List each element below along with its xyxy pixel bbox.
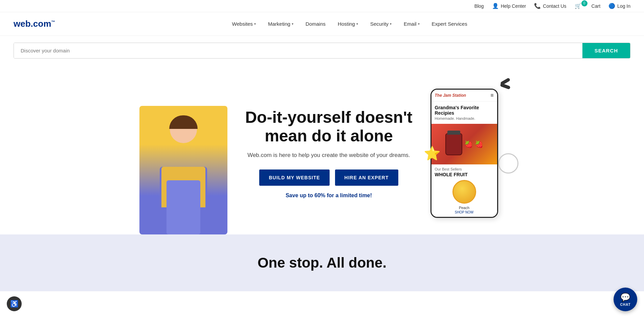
strawberry-scene: 🍓 🍓 (431, 124, 497, 164)
build-website-button[interactable]: BUILD MY WEBSITE (259, 169, 329, 186)
phone-icon: 📞 (534, 3, 541, 9)
phone-header: The Jam Station ≡ (431, 90, 497, 101)
hero-section: Do-it-yourself doesn't mean do it alone … (0, 65, 644, 234)
phone-banner: Grandma's Favorite Recipies Homemade. Ha… (431, 101, 497, 124)
strawberry-icon-2: 🍓 (475, 140, 483, 148)
phone-banner-subtitle: Homemade. Handmade. (435, 116, 494, 120)
main-navigation: Websites ▾ Marketing ▾ Domains Hosting ▾… (69, 12, 630, 36)
hero-content: Do-it-yourself doesn't mean do it alone … (227, 108, 430, 199)
hero-savings: Save up to 60% for a limited time! (241, 192, 417, 199)
nav-hosting[interactable]: Hosting ▾ (332, 12, 364, 36)
blog-link[interactable]: Blog (474, 3, 484, 9)
peach-illustration (452, 180, 476, 204)
phone-content: Our Best Sellers WHOLE FRUIT Peach SHOP … (431, 164, 497, 217)
cart-label: Cart (592, 3, 600, 9)
phone-banner-title: Grandma's Favorite Recipies (435, 105, 494, 116)
phone-shop-link[interactable]: SHOP NOW (435, 210, 494, 214)
scroll-circle (498, 153, 518, 174)
hire-expert-button[interactable]: HIRE AN EXPERT (335, 169, 398, 186)
strawberry-icon: 🍓 (464, 140, 473, 148)
contact-us-link[interactable]: 📞 Contact Us (534, 3, 566, 9)
hero-title: Do-it-yourself doesn't mean do it alone (241, 108, 417, 145)
person-figure-container (139, 106, 227, 234)
chevron-down-icon: ▾ (292, 22, 293, 26)
nav-marketing[interactable]: Marketing ▾ (262, 12, 299, 36)
search-input[interactable] (14, 43, 582, 58)
jam-jar (445, 133, 462, 155)
chevron-down-icon: ▾ (418, 22, 420, 26)
nav-bar: web.com™ Websites ▾ Marketing ▾ Domains … (0, 12, 644, 36)
phone-section-title: Our Best Sellers (435, 167, 494, 171)
star-decoration: ⭐ (424, 145, 441, 161)
hero-subtitle: Web.com is here to help you create the w… (241, 152, 417, 159)
pill-2 (500, 83, 511, 90)
hero-person-image (139, 106, 227, 234)
nav-websites[interactable]: Websites ▾ (226, 12, 262, 36)
person-icon: 👤 (492, 3, 499, 9)
search-section: SEARCH (14, 43, 630, 59)
blog-label: Blog (474, 3, 484, 9)
phone-product-title: WHOLE FRUIT (435, 172, 494, 177)
person-apron (166, 180, 200, 234)
nav-expert-services[interactable]: Expert Services (426, 12, 473, 36)
nav-security[interactable]: Security ▾ (364, 12, 398, 36)
nav-email[interactable]: Email ▾ (398, 12, 426, 36)
chevron-down-icon: ▾ (390, 22, 392, 26)
bottom-section: One stop. All done. (0, 234, 644, 291)
top-bar: Blog 👤 Help Center 📞 Contact Us 🛒 0 Cart… (0, 0, 644, 12)
scroll-decoration (498, 153, 518, 174)
login-label: Log In (617, 3, 630, 9)
phone-brand-logo: The Jam Station (435, 93, 466, 98)
chevron-down-icon: ▾ (254, 22, 256, 26)
phone-product-image: 🍓 🍓 (431, 124, 497, 164)
user-circle-icon: 🔵 (608, 3, 615, 9)
phone-frame: The Jam Station ≡ Grandma's Favorite Rec… (430, 89, 498, 218)
search-button[interactable]: SEARCH (582, 43, 630, 58)
help-center-label: Help Center (501, 3, 526, 9)
contact-us-label: Contact Us (543, 3, 566, 9)
hero-phone-mockup: ⭐ The Jam Station ≡ Grandma's Favorite R… (430, 89, 505, 218)
phone-fruit-name: Peach (435, 206, 494, 210)
bottom-title: One stop. All done. (14, 255, 630, 271)
help-center-link[interactable]: 👤 Help Center (492, 3, 526, 9)
hero-buttons: BUILD MY WEBSITE HIRE AN EXPERT (241, 169, 417, 186)
person-figure (139, 106, 227, 234)
logo[interactable]: web.com™ (14, 13, 55, 35)
hamburger-icon: ≡ (490, 92, 493, 98)
cart-icon: 🛒 (575, 3, 581, 9)
cart-count: 0 (581, 0, 587, 6)
login-link[interactable]: 🔵 Log In (608, 3, 630, 9)
cart-link[interactable]: 🛒 0 Cart (575, 3, 600, 9)
person-hair (169, 115, 198, 129)
pills-decoration (499, 78, 512, 89)
chevron-down-icon: ▾ (356, 22, 358, 26)
nav-domains[interactable]: Domains (299, 12, 332, 36)
